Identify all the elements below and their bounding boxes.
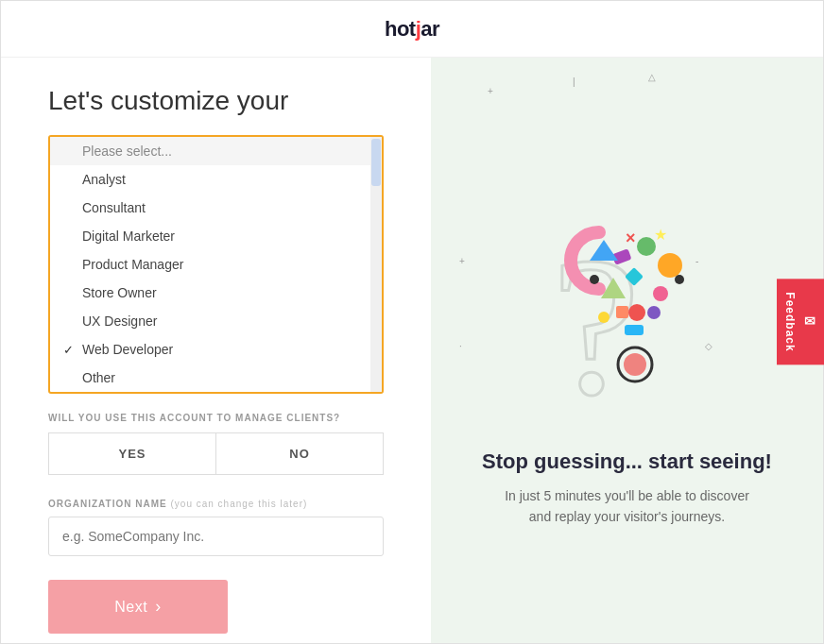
scatter-bar: |: [573, 76, 575, 87]
next-button[interactable]: Next ›: [48, 580, 228, 634]
svg-point-1: [637, 237, 656, 256]
right-heading: Stop guessing... start seeing!: [482, 449, 772, 474]
right-panel: + | △ + · ◇ - ? ×: [431, 58, 823, 644]
org-label: ORGANIZATION NAME (you can change this l…: [48, 499, 384, 509]
dropdown-option-consultant[interactable]: Consultant: [50, 194, 370, 222]
next-button-label: Next: [114, 599, 147, 616]
checkmark-web-developer: ✓: [63, 343, 77, 357]
dropdown-option-other[interactable]: Other: [50, 364, 370, 392]
dropdown-option-web-developer[interactable]: ✓ Web Developer: [50, 335, 370, 364]
dropdown-option-digital-marketer[interactable]: Digital Marketer: [50, 222, 370, 250]
right-subtext: In just 5 minutes you'll be able to disc…: [495, 485, 760, 528]
logo-dot: j: [416, 17, 421, 41]
dropdown-scroll-wrap: Please select... Analyst Consultant: [50, 137, 382, 392]
feedback-icon: ✉: [802, 314, 817, 330]
checkmark-analyst: [63, 173, 77, 187]
svg-text:★: ★: [654, 227, 667, 243]
org-sublabel: (you can change this later): [170, 499, 307, 509]
scatter-dot-sym: ·: [459, 341, 462, 351]
scrollbar-thumb: [371, 139, 381, 186]
svg-point-8: [653, 286, 668, 301]
client-label: WILL YOU USE THIS ACCOUNT TO MANAGE CLIE…: [48, 413, 384, 423]
question-mark-illustration: ? × ★: [524, 176, 731, 421]
dropdown-open-list[interactable]: Please select... Analyst Consultant: [48, 135, 384, 394]
yes-button[interactable]: YES: [48, 432, 215, 475]
svg-point-10: [628, 304, 645, 321]
logo: hotjar: [385, 17, 439, 42]
page-title: Let's customize your: [48, 86, 384, 116]
dropdown-scrollbar[interactable]: [370, 137, 382, 392]
checkmark-store-owner: [63, 286, 77, 300]
svg-point-18: [590, 275, 599, 284]
yes-no-group: YES NO: [48, 432, 384, 475]
feedback-tab-inner: ✉ Feedback: [783, 292, 817, 351]
dropdown-option-product-manager[interactable]: Product Manager: [50, 250, 370, 279]
scatter-plus: +: [488, 86, 493, 96]
checkmark-ux-designer: [63, 314, 77, 329]
dropdown-option-analyst[interactable]: Analyst: [50, 165, 370, 194]
checkmark-product-manager: [63, 258, 77, 272]
checkmark-digital-marketer: [63, 229, 77, 244]
svg-point-17: [675, 275, 684, 284]
svg-rect-11: [616, 306, 628, 318]
dropdown-option-placeholder[interactable]: Please select...: [50, 137, 370, 165]
checkmark-placeholder: [63, 144, 77, 159]
header: hotjar: [1, 1, 823, 58]
svg-point-16: [624, 353, 646, 376]
main-layout: Let's customize your Please select... An…: [1, 58, 823, 644]
scatter-plus2: +: [459, 256, 465, 266]
role-dropdown[interactable]: Please select... Analyst Consultant: [48, 135, 384, 394]
svg-point-14: [598, 312, 609, 323]
svg-rect-13: [625, 325, 644, 335]
left-panel: Let's customize your Please select... An…: [1, 58, 431, 644]
dropdown-option-ux-designer[interactable]: UX Designer: [50, 307, 370, 335]
dropdown-list: Please select... Analyst Consultant: [50, 137, 370, 392]
no-button[interactable]: NO: [215, 432, 384, 475]
checkmark-consultant: [63, 201, 77, 215]
checkmark-other: [63, 371, 77, 385]
svg-point-2: [658, 253, 682, 278]
svg-text:×: ×: [626, 229, 636, 247]
org-name-input[interactable]: [48, 517, 384, 556]
next-arrow-icon: ›: [155, 597, 162, 617]
svg-point-12: [647, 306, 661, 319]
scatter-triangle: △: [648, 72, 656, 82]
feedback-tab[interactable]: ✉ Feedback: [777, 279, 824, 364]
feedback-label: Feedback: [783, 292, 797, 351]
dropdown-option-store-owner[interactable]: Store Owner: [50, 279, 370, 307]
